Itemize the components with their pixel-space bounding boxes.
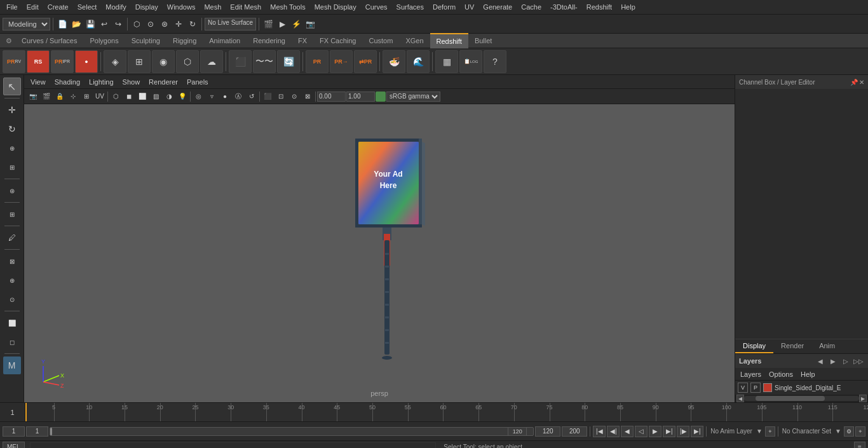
manip-btn[interactable]: ⊕ [3, 271, 21, 289]
shelf-icon-wave2[interactable]: 🌊 [407, 50, 430, 73]
shelf-icon-spiral[interactable]: 🔄 [277, 50, 300, 73]
vp-ss-icon[interactable]: ● [219, 90, 231, 103]
menu-help[interactable]: Help [617, 2, 639, 12]
shelf-icon-log[interactable]: 📋LOG [459, 50, 482, 73]
transport-play-back[interactable]: ◁ [635, 426, 648, 437]
panel-close-icon[interactable]: ✕ [859, 79, 864, 86]
transport-next-frame[interactable]: ▶| [663, 426, 675, 437]
tab-gear-icon[interactable]: ⚙ [3, 33, 15, 48]
scroll-thumb[interactable] [756, 396, 825, 401]
tab-rigging[interactable]: Rigging [166, 33, 203, 48]
lasso-tool-icon[interactable]: ⊙ [144, 18, 157, 31]
tab-polygons[interactable]: Polygons [83, 33, 125, 48]
lasso-select-btn[interactable]: ◻ [3, 333, 21, 351]
layer-menu-layers[interactable]: Layers [738, 369, 764, 379]
vp-near-clip[interactable] [317, 92, 346, 102]
shelf-icon-question[interactable]: ? [484, 50, 506, 73]
vp-uv-icon[interactable]: UV [93, 90, 106, 103]
gimbal-btn[interactable]: ⊙ [3, 290, 21, 308]
vp-snap-icon[interactable]: ⊹ [67, 90, 79, 103]
transport-next-key[interactable]: |▶ [677, 426, 689, 437]
vp-refresh-icon[interactable]: ↺ [245, 90, 258, 103]
redo-icon[interactable]: ↪ [112, 18, 125, 31]
current-frame-field[interactable] [26, 426, 48, 437]
tab-curves-surfaces[interactable]: Curves / Surfaces [15, 33, 83, 48]
shelf-icon-bowl[interactable]: 🍜 [383, 50, 405, 73]
scale-tool-btn[interactable]: ⊕ [3, 139, 21, 157]
snapshot-icon[interactable]: 📷 [304, 18, 316, 31]
vp-shadow-icon[interactable]: ▿ [205, 90, 218, 103]
anim-layer-arrow[interactable]: ▼ [756, 428, 763, 435]
char-set-arrow[interactable]: ▼ [835, 428, 841, 435]
range-slider-track[interactable] [50, 427, 534, 436]
maya-logo-btn[interactable]: M [3, 356, 21, 374]
vp-film-icon[interactable]: 🎬 [40, 90, 53, 103]
vp-isolate-icon[interactable]: ◎ [192, 90, 205, 103]
shelf-pr-icon-2[interactable]: RS [27, 50, 50, 73]
transport-prev-frame[interactable]: ◀ [621, 426, 634, 437]
rotate-tool-icon[interactable]: ↻ [186, 18, 199, 31]
shelf-icon-sphere[interactable]: ◉ [152, 50, 175, 73]
transport-play-fwd[interactable]: ▶ [649, 426, 661, 437]
range-end-field[interactable] [535, 426, 560, 437]
shelf-icon-pr1[interactable]: PR [306, 50, 329, 73]
transport-prev-key[interactable]: ◀| [607, 426, 620, 437]
undo-icon[interactable]: ↩ [98, 18, 111, 31]
h-scrollbar[interactable]: ◀ ▶ [735, 395, 868, 402]
region-select-btn[interactable]: ⬜ [3, 314, 21, 332]
soft-mod-btn[interactable]: ⊛ [3, 182, 21, 200]
script-editor-btn[interactable]: ≡ [854, 442, 865, 449]
vp-ao-icon[interactable]: ◑ [163, 90, 175, 103]
shelf-pr-icon-3[interactable]: PRIPR [51, 50, 74, 73]
shelf-icon-cloud[interactable]: ☁ [200, 50, 223, 73]
cb-tab-render[interactable]: Render [773, 339, 811, 353]
command-line[interactable] [30, 442, 437, 449]
shelf-icon-diamond[interactable]: ◈ [104, 50, 126, 73]
vp-tex-icon[interactable]: ▨ [149, 90, 162, 103]
vp-regions-icon[interactable]: ⬛ [261, 90, 274, 103]
cb-tab-anim[interactable]: Anim [811, 339, 843, 353]
ipr-icon[interactable]: ⚡ [290, 18, 302, 31]
menu-mesh[interactable]: Mesh [200, 2, 225, 12]
transport-first-frame[interactable]: |◀ [593, 426, 606, 437]
menu-curves[interactable]: Curves [362, 2, 391, 12]
vt-view[interactable]: View [27, 77, 50, 87]
menu-cache[interactable]: Cache [517, 2, 545, 12]
cb-tab-display[interactable]: Display [735, 339, 773, 353]
tab-xgen[interactable]: XGen [399, 33, 430, 48]
scroll-right-arrow[interactable]: ▶ [859, 395, 867, 402]
layer-all-icon[interactable]: ▷▷ [853, 355, 864, 367]
scroll-track[interactable] [744, 396, 859, 401]
menu-generate[interactable]: Generate [479, 2, 516, 12]
menu-modify[interactable]: Modify [102, 2, 130, 12]
live-surface-btn[interactable]: No Live Surface [205, 18, 256, 31]
menu-windows[interactable]: Windows [163, 2, 200, 12]
save-scene-icon[interactable]: 💾 [84, 18, 97, 31]
menu-redshift[interactable]: Redshift [583, 2, 616, 12]
snap-grid-btn[interactable]: ⊞ [3, 205, 21, 223]
vp-grid-icon[interactable]: ⊞ [80, 90, 93, 103]
menu-uv[interactable]: UV [461, 2, 478, 12]
display-options-btn[interactable]: ⊠ [3, 252, 21, 270]
paint-tool-btn[interactable]: 🖊 [3, 229, 21, 247]
vp-cam-icon[interactable]: 📷 [27, 90, 39, 103]
layer-menu-help[interactable]: Help [798, 369, 818, 379]
vt-shading[interactable]: Shading [51, 77, 84, 87]
tab-fx[interactable]: FX [292, 33, 313, 48]
new-scene-icon[interactable]: 📄 [56, 18, 69, 31]
vt-show[interactable]: Show [119, 77, 144, 87]
range-end-inline[interactable] [508, 427, 527, 436]
vp-light-icon[interactable]: 💡 [176, 90, 189, 103]
move-tool-icon[interactable]: ✛ [172, 18, 185, 31]
shelf-pr-icon-1[interactable]: PRRV [3, 50, 25, 73]
shelf-icon-pr3[interactable]: ⇄PR [354, 50, 377, 73]
menu-surfaces[interactable]: Surfaces [393, 2, 428, 12]
workspace-selector[interactable]: Modeling [3, 18, 50, 31]
scroll-left-arrow[interactable]: ◀ [736, 395, 744, 402]
layer-options-icon[interactable]: ▷ [840, 355, 851, 367]
shelf-icon-box[interactable]: ⬛ [229, 50, 252, 73]
menu-deform[interactable]: Deform [429, 2, 459, 12]
vp-stereo-icon[interactable]: ⊙ [288, 90, 301, 103]
render-icon[interactable]: ▶ [276, 18, 288, 31]
paint-select-icon[interactable]: ⊛ [158, 18, 171, 31]
